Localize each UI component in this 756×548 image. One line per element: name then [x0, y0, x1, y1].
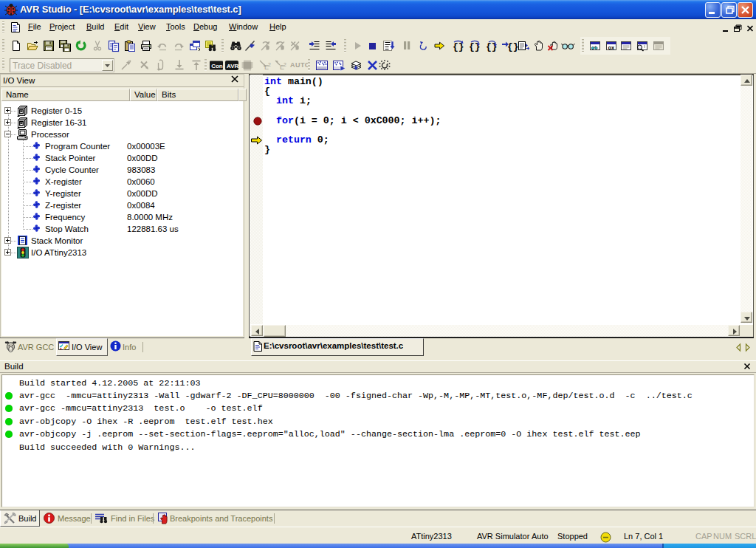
svg-text:2: 2 — [268, 62, 271, 67]
svg-text:Con: Con — [211, 63, 223, 69]
svg-text:2: 2 — [284, 62, 286, 67]
svg-text:ox: ox — [608, 44, 616, 51]
svg-text:AVR: AVR — [227, 63, 239, 69]
